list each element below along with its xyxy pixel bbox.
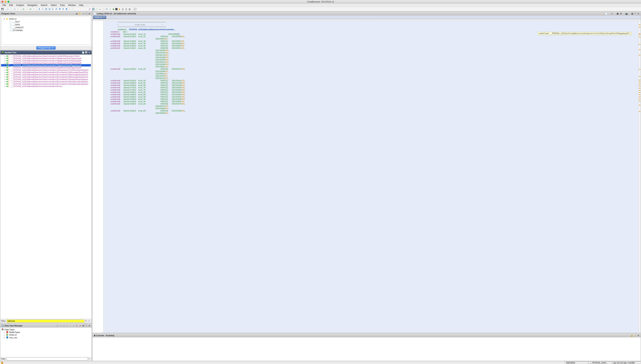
symbol-item[interactable]: ▸f__T07DVIA_v232JailbreakDetectionViewCo… [1, 71, 91, 74]
dtm-filter-input[interactable] [7, 358, 88, 360]
symbol-item[interactable]: ▸f__T07DVIA_v232JailbreakDetectionViewCo… [1, 64, 91, 66]
nav-prev-drop[interactable]: ▾ [25, 8, 29, 11]
panel-close-icon[interactable]: ✕ [88, 12, 91, 15]
tree-item[interactable]: 📄__DATA [4, 23, 89, 26]
listing-drag-handle[interactable]: · · · · · · · · · · [92, 19, 641, 21]
symbol-item[interactable]: ▸f__T07DVIA_v232JailbreakDetectionViewCo… [1, 62, 91, 64]
gutter-marker[interactable] [639, 76, 640, 77]
console-lock-icon[interactable]: 🔒 [631, 334, 633, 337]
tree-icon[interactable]: ⊹ [109, 8, 112, 11]
nav-prev-icon[interactable]: ⬅ [22, 8, 25, 11]
back-drop-icon[interactable]: ▾ [10, 8, 13, 11]
gutter-marker[interactable] [639, 90, 640, 91]
menu-analysis[interactable]: Analysis [15, 4, 26, 7]
dtm-arrow1-icon[interactable]: ↖ [76, 324, 78, 327]
save-icon[interactable]: 💾 [1, 8, 4, 11]
symbol-item[interactable]: ▸f__T07DVIA_v232JailbreakDetectionViewCo… [1, 74, 91, 76]
panel-close-icon[interactable]: ✕ [637, 334, 639, 337]
label-L-icon[interactable]: L [51, 8, 55, 11]
undef-U-icon[interactable]: U [48, 8, 51, 11]
copy-icon[interactable]: 📋 [602, 12, 604, 15]
panel-close-icon[interactable]: ✕ [88, 324, 91, 327]
toggle-icon[interactable]: ▥ [631, 12, 633, 15]
check-icon[interactable]: ✔ [88, 8, 91, 11]
symbol-item[interactable]: ▸f__T07DVIA_v232JailbreakDetectionViewCo… [1, 83, 91, 85]
gutter-marker[interactable] [639, 111, 640, 112]
gutter-marker[interactable] [639, 69, 640, 70]
panel-close-icon[interactable]: ✕ [637, 12, 639, 15]
var-V-icon[interactable]: V [62, 8, 65, 11]
filter-settings-icon[interactable]: ≡ [88, 320, 91, 322]
tree-item[interactable]: 📄__TEXT [4, 20, 89, 23]
func-F-icon[interactable]: F [55, 8, 58, 11]
gutter-marker[interactable] [639, 92, 640, 93]
bookmark-B-icon[interactable]: B [65, 8, 68, 11]
call-graph-icon[interactable]: Cf [105, 8, 108, 11]
tree-drop-icon[interactable]: ▾ [82, 12, 84, 15]
toolbar-drop[interactable]: ▾ [68, 8, 72, 11]
menu-edit[interactable]: Edit [8, 4, 14, 7]
menu-tools[interactable]: Tools [59, 4, 66, 7]
gutter-marker[interactable] [639, 88, 640, 88]
gutter-marker[interactable] [639, 105, 640, 106]
data-type-item[interactable]: ▸📘mac_osx [2, 336, 91, 339]
panel-menu-icon[interactable]: ▾ [85, 324, 87, 326]
gutter-marker[interactable] [639, 80, 640, 80]
tree-folder-icon[interactable]: 🗂 [76, 12, 78, 15]
hex-display-icon[interactable]: 🔢 [92, 8, 95, 11]
gutter-marker[interactable] [639, 24, 640, 25]
dtm-arrow2-icon[interactable]: ↗ [79, 324, 81, 327]
dtm-back-icon[interactable]: ⇦ [56, 324, 59, 327]
dtm-fwd-drop[interactable]: ▾ [66, 324, 68, 327]
clear-filter-icon[interactable]: ⊗ [85, 320, 88, 322]
gutter-marker[interactable] [639, 97, 640, 97]
dtm-collapse-icon[interactable]: ⊟ [82, 324, 84, 327]
symbol-new-icon[interactable]: 📄 [82, 51, 84, 54]
symbol-tree-body[interactable]: ▸f__T07DVIA_v232JailbreakDetectionViewCo… [0, 54, 92, 319]
pane2-icon[interactable]: ▤ [124, 8, 128, 11]
gutter-marker[interactable] [639, 34, 640, 34]
gutter-marker[interactable] [639, 50, 640, 50]
diamond-icon[interactable]: ◆ [118, 8, 121, 11]
graph-icon[interactable]: ⬚ [102, 8, 105, 11]
panel-close-icon[interactable]: ✕ [88, 51, 91, 54]
gutter-marker[interactable] [639, 34, 640, 35]
nav-next-icon[interactable]: ➡ [29, 8, 32, 11]
gutter-marker[interactable] [639, 84, 640, 84]
menu-window[interactable]: Window [67, 4, 77, 7]
cursor-icon[interactable]: ↖ [611, 12, 613, 15]
stop-icon[interactable] [115, 8, 117, 10]
goto-down-icon[interactable]: ⬇ [38, 8, 41, 11]
symbol-item[interactable]: ▸f__T07DVIA_v232JailbreakDetectionViewCo… [1, 60, 91, 62]
data-type-item[interactable]: ▸📗DVIA-v2 [2, 334, 91, 336]
tree-open-icon[interactable]: 📂 [79, 12, 81, 15]
symbol-item[interactable]: ▸f__T07DVIA_v232JailbreakDetectionViewCo… [1, 76, 91, 78]
forward-icon[interactable]: ⇨ [13, 8, 16, 11]
symbol-item[interactable]: ▸f__T07DVIA_v232JailbreakDetectionViewCo… [1, 55, 91, 57]
data-types-root[interactable]: 📚 Data Types [2, 328, 91, 331]
data-type-body[interactable]: 📚 Data Types ▸📕BuiltInTypes▸📗DVIA-v2▸📘ma… [0, 328, 92, 357]
data-type-item[interactable]: ▸📕BuiltInTypes [2, 331, 91, 334]
ref-R-icon[interactable]: R [58, 8, 61, 11]
gutter-marker[interactable] [639, 37, 640, 38]
panel-menu-icon[interactable]: ▾ [85, 12, 87, 14]
run-icon[interactable]: ▶ [112, 8, 115, 11]
symbol-item[interactable]: ▸f__T07DVIA_v232JailbreakDetectionViewCo… [1, 69, 91, 71]
program-trees-body[interactable]: ▾ 📁 DVIA-v2 📄__TEXT📄__DATA📄__LINKEDIT📄EX… [2, 16, 91, 45]
symbol-filter-input[interactable] [7, 320, 85, 322]
gutter-marker[interactable] [639, 101, 640, 102]
tree-item[interactable]: 📄__LINKEDIT [4, 26, 89, 29]
panel-menu-icon[interactable]: ▾ [85, 51, 87, 54]
menu-select[interactable]: Select [49, 4, 58, 7]
gutter-marker[interactable] [639, 86, 640, 86]
window-icon[interactable]: ▭ [98, 8, 102, 11]
tree-root[interactable]: ▾ 📁 DVIA-v2 [4, 18, 89, 20]
snapshot-icon[interactable]: 📷 [625, 12, 628, 15]
pane3-icon[interactable]: ▦ [128, 8, 131, 11]
gutter-marker[interactable] [639, 99, 640, 99]
console-body[interactable] [92, 338, 641, 361]
menu-search[interactable]: Search [39, 4, 49, 7]
symbol-item[interactable]: ▸f__T07DVIA_v232JailbreakDetectionViewCo… [1, 85, 91, 87]
comment-icon[interactable]: 💬 [133, 8, 137, 11]
gutter-marker[interactable] [639, 27, 640, 27]
